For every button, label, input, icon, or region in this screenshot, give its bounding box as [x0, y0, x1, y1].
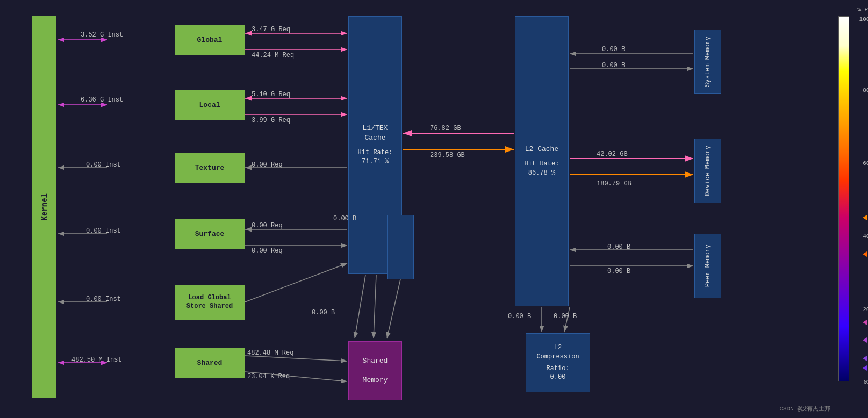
texture-box: Texture	[175, 153, 245, 183]
color-bar-container: 100% 80% 60% 40% 20% 0% % Peak	[836, 16, 852, 398]
l2-dev1-label: 42.02 GB	[597, 150, 628, 158]
surface-box: Surface	[175, 219, 245, 249]
surface-req2-label: 0.00 Req	[252, 247, 283, 255]
surface-inst-label: 0.00 Inst	[86, 227, 121, 235]
color-bar	[838, 16, 849, 381]
triangle-10-marker	[863, 356, 867, 361]
svg-line-21	[355, 275, 365, 338]
local-req1-label: 5.10 G Req	[252, 91, 290, 98]
shared-box: Shared	[175, 348, 245, 378]
pct-80-label: 80%	[863, 87, 868, 93]
l1-sub-box	[387, 215, 414, 279]
shared-req2-label: 23.04 K Req	[247, 373, 290, 380]
l2-comp1-label: 0.00 B	[508, 313, 531, 320]
surface-req1-label: 0.00 Req	[252, 222, 283, 229]
triangle-5-marker	[863, 365, 867, 371]
load-global-store-shared-box: Load GlobalStore Shared	[175, 285, 245, 320]
l2-peer1-label: 0.00 B	[607, 243, 630, 251]
local-req2-label: 3.99 G Req	[252, 117, 290, 124]
pct-20-label: 20%	[863, 306, 868, 313]
global-req1-label: 3.47 G Req	[252, 26, 290, 33]
local-box: Local	[175, 90, 245, 120]
svg-line-23	[387, 279, 400, 338]
pct-100-label: 100%	[859, 16, 868, 23]
l2-hit-rate: Hit Rate: 86.78 %	[525, 160, 559, 178]
global-box: Global	[175, 25, 245, 55]
triangle-20-marker	[863, 320, 867, 325]
shared-inst-label: 482.50 M Inst	[71, 356, 122, 364]
triangle-60-marker	[863, 215, 867, 220]
texture-req-label: 0.00 Req	[252, 161, 283, 169]
pct-peak-label: % Peak	[857, 6, 868, 13]
device-memory-box: Device Memory	[694, 139, 721, 203]
pct-40-label: 40%	[863, 233, 868, 240]
l2-sys2-label: 0.00 B	[602, 62, 625, 69]
shared-req1-label: 482.48 M Req	[247, 349, 293, 357]
pct-60-label: 60%	[863, 160, 868, 167]
l2-cache-label: L2 Cache	[525, 145, 558, 154]
svg-line-22	[374, 275, 376, 338]
l1-below-label: 0.00 B	[333, 215, 356, 222]
l2-cache-box: L2 Cache Hit Rate: 86.78 %	[515, 16, 569, 306]
svg-line-24	[245, 263, 347, 302]
global-inst-label: 3.52 G Inst	[81, 31, 123, 39]
watermark: CSDN @没有杰士邦	[779, 405, 830, 413]
shared-memory-box: Shared Memory	[348, 341, 402, 400]
l1-to-l2-a-label: 76.82 GB	[430, 125, 461, 132]
global-req2-label: 44.24 M Req	[252, 52, 294, 59]
system-memory-box: System Memory	[694, 30, 721, 94]
peer-memory-box: Peer Memory	[694, 234, 721, 298]
l2-comp2-label: 0.00 B	[554, 313, 577, 320]
lgs-inst-label: 0.00 Inst	[86, 296, 121, 303]
local-inst-label: 6.36 G Inst	[81, 96, 123, 104]
kernel-bar: Kernel	[32, 16, 56, 398]
texture-inst-label: 0.00 Inst	[86, 161, 121, 169]
triangle-40-marker	[863, 251, 867, 257]
triangle-15-marker	[863, 337, 867, 343]
kernel-label: Kernel	[40, 193, 49, 220]
l2-sys1-label: 0.00 B	[602, 46, 625, 53]
l1-cache-label: L1/TEX Cache	[363, 124, 388, 143]
lgs-b-label: 0.00 B	[312, 309, 335, 316]
l1-to-l2-b-label: 239.58 GB	[430, 152, 465, 159]
l2-compression-box: L2 Compression Ratio: 0.00	[526, 333, 590, 392]
l2-peer2-label: 0.00 B	[607, 268, 630, 275]
l1-hit-rate: Hit Rate: 71.71 %	[358, 148, 393, 167]
l2-dev2-label: 180.79 GB	[597, 180, 632, 188]
pct-0-label: 0%	[864, 379, 868, 385]
